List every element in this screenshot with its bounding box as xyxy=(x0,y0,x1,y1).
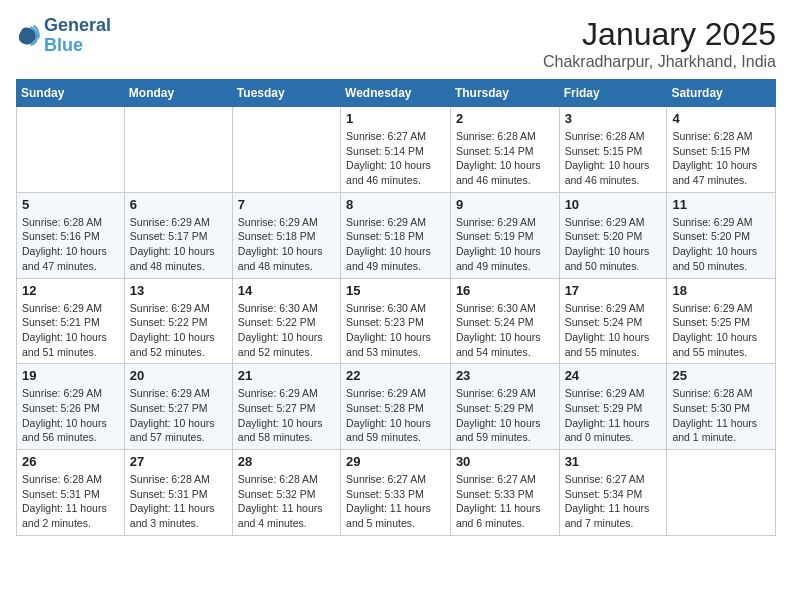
week-row-4: 19Sunrise: 6:29 AM Sunset: 5:26 PM Dayli… xyxy=(17,364,776,450)
day-content: Sunrise: 6:30 AM Sunset: 5:24 PM Dayligh… xyxy=(456,301,554,360)
calendar-cell: 24Sunrise: 6:29 AM Sunset: 5:29 PM Dayli… xyxy=(559,364,667,450)
day-content: Sunrise: 6:29 AM Sunset: 5:27 PM Dayligh… xyxy=(130,386,227,445)
day-content: Sunrise: 6:29 AM Sunset: 5:26 PM Dayligh… xyxy=(22,386,119,445)
header-row: SundayMondayTuesdayWednesdayThursdayFrid… xyxy=(17,80,776,107)
day-number: 29 xyxy=(346,454,445,469)
calendar-cell: 13Sunrise: 6:29 AM Sunset: 5:22 PM Dayli… xyxy=(124,278,232,364)
day-number: 22 xyxy=(346,368,445,383)
header-cell-sunday: Sunday xyxy=(17,80,125,107)
calendar-cell: 17Sunrise: 6:29 AM Sunset: 5:24 PM Dayli… xyxy=(559,278,667,364)
day-number: 4 xyxy=(672,111,770,126)
day-content: Sunrise: 6:29 AM Sunset: 5:17 PM Dayligh… xyxy=(130,215,227,274)
day-content: Sunrise: 6:29 AM Sunset: 5:28 PM Dayligh… xyxy=(346,386,445,445)
calendar-cell: 31Sunrise: 6:27 AM Sunset: 5:34 PM Dayli… xyxy=(559,450,667,536)
header-cell-friday: Friday xyxy=(559,80,667,107)
calendar-cell xyxy=(124,107,232,193)
calendar-cell: 16Sunrise: 6:30 AM Sunset: 5:24 PM Dayli… xyxy=(450,278,559,364)
header-cell-wednesday: Wednesday xyxy=(341,80,451,107)
calendar-cell: 26Sunrise: 6:28 AM Sunset: 5:31 PM Dayli… xyxy=(17,450,125,536)
calendar-cell: 7Sunrise: 6:29 AM Sunset: 5:18 PM Daylig… xyxy=(232,192,340,278)
day-content: Sunrise: 6:28 AM Sunset: 5:30 PM Dayligh… xyxy=(672,386,770,445)
calendar-cell: 29Sunrise: 6:27 AM Sunset: 5:33 PM Dayli… xyxy=(341,450,451,536)
day-content: Sunrise: 6:29 AM Sunset: 5:25 PM Dayligh… xyxy=(672,301,770,360)
day-content: Sunrise: 6:28 AM Sunset: 5:14 PM Dayligh… xyxy=(456,129,554,188)
header-cell-saturday: Saturday xyxy=(667,80,776,107)
day-number: 10 xyxy=(565,197,662,212)
week-row-1: 1Sunrise: 6:27 AM Sunset: 5:14 PM Daylig… xyxy=(17,107,776,193)
header-cell-thursday: Thursday xyxy=(450,80,559,107)
day-number: 16 xyxy=(456,283,554,298)
calendar-cell: 22Sunrise: 6:29 AM Sunset: 5:28 PM Dayli… xyxy=(341,364,451,450)
day-content: Sunrise: 6:27 AM Sunset: 5:33 PM Dayligh… xyxy=(456,472,554,531)
day-content: Sunrise: 6:29 AM Sunset: 5:24 PM Dayligh… xyxy=(565,301,662,360)
calendar-cell: 1Sunrise: 6:27 AM Sunset: 5:14 PM Daylig… xyxy=(341,107,451,193)
day-number: 9 xyxy=(456,197,554,212)
day-number: 17 xyxy=(565,283,662,298)
day-content: Sunrise: 6:29 AM Sunset: 5:20 PM Dayligh… xyxy=(672,215,770,274)
calendar-cell: 10Sunrise: 6:29 AM Sunset: 5:20 PM Dayli… xyxy=(559,192,667,278)
day-content: Sunrise: 6:29 AM Sunset: 5:22 PM Dayligh… xyxy=(130,301,227,360)
day-content: Sunrise: 6:29 AM Sunset: 5:21 PM Dayligh… xyxy=(22,301,119,360)
day-content: Sunrise: 6:29 AM Sunset: 5:27 PM Dayligh… xyxy=(238,386,335,445)
day-number: 11 xyxy=(672,197,770,212)
day-number: 28 xyxy=(238,454,335,469)
day-content: Sunrise: 6:28 AM Sunset: 5:15 PM Dayligh… xyxy=(672,129,770,188)
day-number: 19 xyxy=(22,368,119,383)
day-content: Sunrise: 6:29 AM Sunset: 5:29 PM Dayligh… xyxy=(456,386,554,445)
day-number: 1 xyxy=(346,111,445,126)
day-content: Sunrise: 6:27 AM Sunset: 5:14 PM Dayligh… xyxy=(346,129,445,188)
calendar-cell: 18Sunrise: 6:29 AM Sunset: 5:25 PM Dayli… xyxy=(667,278,776,364)
day-number: 12 xyxy=(22,283,119,298)
day-content: Sunrise: 6:27 AM Sunset: 5:33 PM Dayligh… xyxy=(346,472,445,531)
header-cell-tuesday: Tuesday xyxy=(232,80,340,107)
day-content: Sunrise: 6:29 AM Sunset: 5:19 PM Dayligh… xyxy=(456,215,554,274)
calendar-cell: 25Sunrise: 6:28 AM Sunset: 5:30 PM Dayli… xyxy=(667,364,776,450)
calendar-cell: 5Sunrise: 6:28 AM Sunset: 5:16 PM Daylig… xyxy=(17,192,125,278)
calendar-cell: 27Sunrise: 6:28 AM Sunset: 5:31 PM Dayli… xyxy=(124,450,232,536)
logo-text: General Blue xyxy=(44,16,111,56)
calendar-cell: 3Sunrise: 6:28 AM Sunset: 5:15 PM Daylig… xyxy=(559,107,667,193)
day-number: 30 xyxy=(456,454,554,469)
day-content: Sunrise: 6:28 AM Sunset: 5:15 PM Dayligh… xyxy=(565,129,662,188)
week-row-5: 26Sunrise: 6:28 AM Sunset: 5:31 PM Dayli… xyxy=(17,450,776,536)
calendar-cell: 6Sunrise: 6:29 AM Sunset: 5:17 PM Daylig… xyxy=(124,192,232,278)
day-content: Sunrise: 6:29 AM Sunset: 5:20 PM Dayligh… xyxy=(565,215,662,274)
calendar-cell: 19Sunrise: 6:29 AM Sunset: 5:26 PM Dayli… xyxy=(17,364,125,450)
calendar-cell: 21Sunrise: 6:29 AM Sunset: 5:27 PM Dayli… xyxy=(232,364,340,450)
calendar-cell xyxy=(232,107,340,193)
day-number: 13 xyxy=(130,283,227,298)
calendar-subtitle: Chakradharpur, Jharkhand, India xyxy=(543,53,776,71)
calendar-cell: 20Sunrise: 6:29 AM Sunset: 5:27 PM Dayli… xyxy=(124,364,232,450)
day-content: Sunrise: 6:30 AM Sunset: 5:22 PM Dayligh… xyxy=(238,301,335,360)
day-number: 25 xyxy=(672,368,770,383)
calendar-title: January 2025 xyxy=(543,16,776,53)
logo: General Blue xyxy=(16,16,111,56)
calendar-cell: 2Sunrise: 6:28 AM Sunset: 5:14 PM Daylig… xyxy=(450,107,559,193)
day-content: Sunrise: 6:28 AM Sunset: 5:31 PM Dayligh… xyxy=(22,472,119,531)
day-number: 31 xyxy=(565,454,662,469)
day-number: 7 xyxy=(238,197,335,212)
calendar-cell: 28Sunrise: 6:28 AM Sunset: 5:32 PM Dayli… xyxy=(232,450,340,536)
calendar-cell: 23Sunrise: 6:29 AM Sunset: 5:29 PM Dayli… xyxy=(450,364,559,450)
day-content: Sunrise: 6:28 AM Sunset: 5:31 PM Dayligh… xyxy=(130,472,227,531)
day-content: Sunrise: 6:27 AM Sunset: 5:34 PM Dayligh… xyxy=(565,472,662,531)
calendar-cell: 9Sunrise: 6:29 AM Sunset: 5:19 PM Daylig… xyxy=(450,192,559,278)
week-row-3: 12Sunrise: 6:29 AM Sunset: 5:21 PM Dayli… xyxy=(17,278,776,364)
calendar-cell xyxy=(17,107,125,193)
day-number: 5 xyxy=(22,197,119,212)
day-number: 26 xyxy=(22,454,119,469)
calendar-cell xyxy=(667,450,776,536)
day-number: 3 xyxy=(565,111,662,126)
calendar-cell: 8Sunrise: 6:29 AM Sunset: 5:18 PM Daylig… xyxy=(341,192,451,278)
calendar-cell: 11Sunrise: 6:29 AM Sunset: 5:20 PM Dayli… xyxy=(667,192,776,278)
page-header: General Blue January 2025 Chakradharpur,… xyxy=(16,16,776,71)
week-row-2: 5Sunrise: 6:28 AM Sunset: 5:16 PM Daylig… xyxy=(17,192,776,278)
calendar-table: SundayMondayTuesdayWednesdayThursdayFrid… xyxy=(16,79,776,536)
calendar-cell: 14Sunrise: 6:30 AM Sunset: 5:22 PM Dayli… xyxy=(232,278,340,364)
day-content: Sunrise: 6:29 AM Sunset: 5:29 PM Dayligh… xyxy=(565,386,662,445)
day-number: 27 xyxy=(130,454,227,469)
day-number: 8 xyxy=(346,197,445,212)
day-content: Sunrise: 6:29 AM Sunset: 5:18 PM Dayligh… xyxy=(238,215,335,274)
day-number: 18 xyxy=(672,283,770,298)
day-content: Sunrise: 6:28 AM Sunset: 5:32 PM Dayligh… xyxy=(238,472,335,531)
